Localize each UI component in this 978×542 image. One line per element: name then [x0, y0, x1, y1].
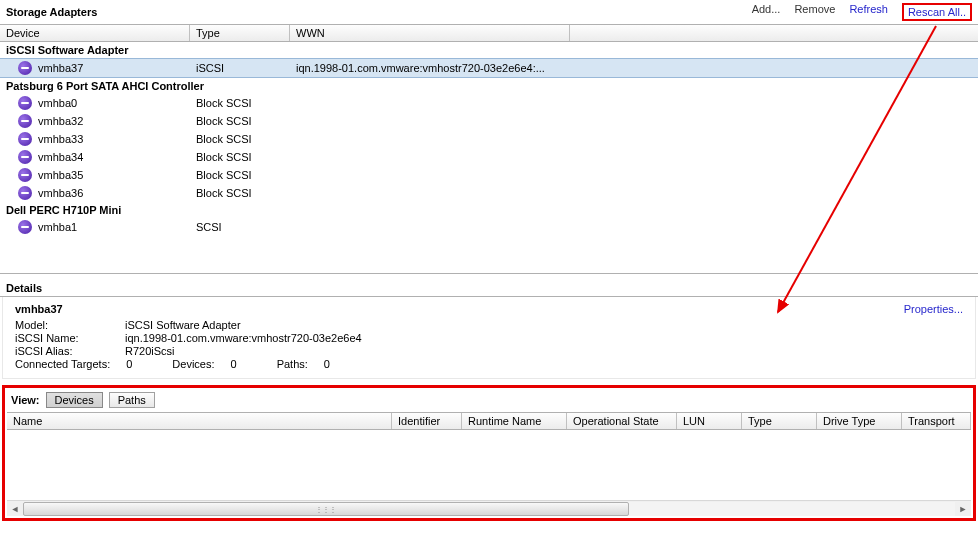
adapter-wwn [290, 192, 590, 194]
adapter-wwn [290, 226, 590, 228]
adapter-type: Block SCSI [190, 168, 290, 182]
value-iscsi-alias: R720iScsi [125, 345, 175, 357]
value-devices: 0 [231, 358, 237, 370]
hba-icon [18, 96, 32, 110]
view-label: View: [11, 394, 40, 406]
adapter-type: Block SCSI [190, 150, 290, 164]
adapter-device-name: vmhba33 [38, 133, 83, 145]
hba-icon [18, 61, 32, 75]
adapter-wwn [290, 138, 590, 140]
svg-line-1 [778, 26, 936, 312]
hcol-name[interactable]: Name [7, 413, 392, 429]
label-model: Model: [15, 319, 125, 331]
adapter-wwn [290, 120, 590, 122]
adapter-type: Block SCSI [190, 132, 290, 146]
label-devices: Devices: [172, 358, 214, 370]
value-model: iSCSI Software Adapter [125, 319, 241, 331]
scroll-track[interactable]: ⋮⋮⋮ [23, 502, 955, 516]
value-paths: 0 [324, 358, 330, 370]
label-connected-targets: Connected Targets: [15, 358, 110, 370]
adapter-type: Block SCSI [190, 186, 290, 200]
hba-icon [18, 168, 32, 182]
adapter-wwn [290, 156, 590, 158]
value-iscsi-name: iqn.1998-01.com.vmware:vmhostr720-03e2e6… [125, 332, 362, 344]
adapter-device-name: vmhba35 [38, 169, 83, 181]
adapter-wwn [290, 174, 590, 176]
adapter-device-name: vmhba0 [38, 97, 77, 109]
adapter-device-name: vmhba36 [38, 187, 83, 199]
devices-table-header: Name Identifier Runtime Name Operational… [7, 412, 971, 430]
hcol-opstate[interactable]: Operational State [567, 413, 677, 429]
hcol-transport[interactable]: Transport [902, 413, 971, 429]
hba-icon [18, 186, 32, 200]
adapter-wwn [290, 102, 590, 104]
devices-table-body [7, 430, 971, 500]
remove-link[interactable]: Remove [794, 3, 835, 21]
horizontal-scrollbar[interactable]: ◄ ⋮⋮⋮ ► [7, 500, 971, 516]
label-iscsi-name: iSCSI Name: [15, 332, 125, 344]
hcol-drivetype[interactable]: Drive Type [817, 413, 902, 429]
col-header-wwn[interactable]: WWN [290, 25, 570, 41]
annotation-arrow-icon [770, 22, 950, 322]
adapter-device-name: vmhba34 [38, 151, 83, 163]
scroll-left-arrow-icon[interactable]: ◄ [7, 502, 23, 516]
add-link[interactable]: Add... [752, 3, 781, 21]
scroll-thumb[interactable]: ⋮⋮⋮ [23, 502, 629, 516]
hba-icon [18, 114, 32, 128]
adapter-type: SCSI [190, 220, 290, 234]
hba-icon [18, 150, 32, 164]
hcol-lun[interactable]: LUN [677, 413, 742, 429]
adapter-type: Block SCSI [190, 96, 290, 110]
adapter-type: iSCSI [190, 61, 290, 75]
label-paths: Paths: [277, 358, 308, 370]
rescan-all-link[interactable]: Rescan All.. [902, 3, 972, 21]
page-title: Storage Adapters [6, 6, 97, 18]
adapter-wwn: iqn.1998-01.com.vmware:vmhostr720-03e2e6… [290, 61, 590, 75]
hba-icon [18, 220, 32, 234]
hcol-type[interactable]: Type [742, 413, 817, 429]
label-iscsi-alias: iSCSI Alias: [15, 345, 125, 357]
paths-tab-button[interactable]: Paths [109, 392, 155, 408]
devices-tab-button[interactable]: Devices [46, 392, 103, 408]
adapter-device-name: vmhba32 [38, 115, 83, 127]
adapter-device-name: vmhba1 [38, 221, 77, 233]
view-bar: View: Devices Paths [7, 390, 971, 410]
value-connected-targets: 0 [126, 358, 132, 370]
header-actions: Add... Remove Refresh Rescan All.. [752, 3, 972, 21]
adapter-device-name: vmhba37 [38, 62, 83, 74]
header-bar: Storage Adapters Add... Remove Refresh R… [0, 0, 978, 24]
col-header-type[interactable]: Type [190, 25, 290, 41]
hba-icon [18, 132, 32, 146]
adapter-type: Block SCSI [190, 114, 290, 128]
hcol-runtime[interactable]: Runtime Name [462, 413, 567, 429]
refresh-link[interactable]: Refresh [849, 3, 888, 21]
view-area-highlight: View: Devices Paths Name Identifier Runt… [2, 385, 976, 521]
scroll-right-arrow-icon[interactable]: ► [955, 502, 971, 516]
hcol-identifier[interactable]: Identifier [392, 413, 462, 429]
col-header-device[interactable]: Device [0, 25, 190, 41]
